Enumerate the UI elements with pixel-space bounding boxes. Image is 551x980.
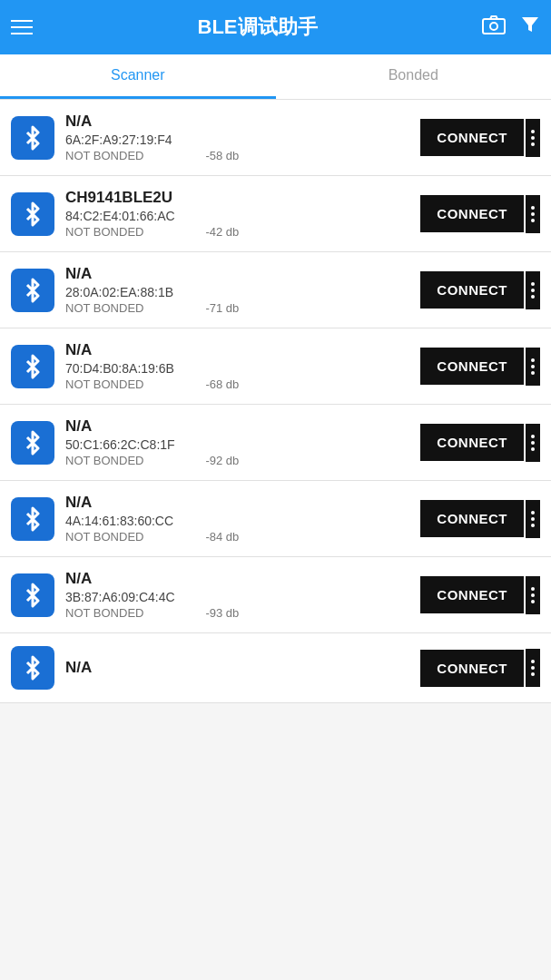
connect-wrap-6: CONNECT [420,576,540,614]
device-signal-4: -92 db [205,454,239,467]
device-item-4: N/A50:C1:66:2C:C8:1FNOT BONDED-92 dbCONN… [0,405,551,481]
connect-button-7[interactable]: CONNECT [420,650,524,687]
camera-icon[interactable] [482,15,506,40]
device-info-5: N/A4A:14:61:83:60:CCNOT BONDED-84 db [65,494,409,544]
device-name-7: N/A [65,659,409,677]
device-status-row-6: NOT BONDED-93 db [65,606,409,620]
connect-button-1[interactable]: CONNECT [420,195,524,232]
connect-button-3[interactable]: CONNECT [420,348,524,385]
bluetooth-icon-0 [11,116,54,160]
device-signal-2: -71 db [205,301,239,315]
more-options-button-5[interactable] [526,500,540,538]
device-bonded-3: NOT BONDED [65,377,143,391]
bluetooth-icon-2 [11,269,54,312]
device-list: N/A6A:2F:A9:27:19:F4NOT BONDED-58 dbCONN… [0,100,551,703]
more-options-button-1[interactable] [526,195,540,233]
device-bonded-2: NOT BONDED [65,301,143,315]
more-options-button-6[interactable] [526,576,540,614]
device-signal-0: -58 db [205,149,239,162]
device-name-1: CH9141BLE2U [65,189,409,207]
more-options-button-7[interactable] [526,649,540,687]
connect-wrap-1: CONNECT [420,195,540,233]
device-mac-5: 4A:14:61:83:60:CC [65,514,409,528]
connect-wrap-2: CONNECT [420,271,540,309]
device-name-6: N/A [65,570,409,588]
app-title: BLE调试助手 [44,14,471,41]
connect-button-0[interactable]: CONNECT [420,119,524,156]
device-name-0: N/A [65,113,409,131]
device-bonded-4: NOT BONDED [65,454,143,467]
bluetooth-icon-4 [11,421,54,465]
device-signal-3: -68 db [205,377,239,391]
device-mac-1: 84:C2:E4:01:66:AC [65,209,409,223]
device-item-2: N/A28:0A:02:EA:88:1BNOT BONDED-71 dbCONN… [0,252,551,328]
device-bonded-6: NOT BONDED [65,606,143,620]
connect-button-6[interactable]: CONNECT [420,576,524,613]
device-info-7: N/A [65,659,409,677]
device-info-0: N/A6A:2F:A9:27:19:F4NOT BONDED-58 db [65,113,409,162]
device-signal-1: -42 db [205,225,239,239]
device-bonded-0: NOT BONDED [65,149,143,162]
connect-wrap-4: CONNECT [420,424,540,462]
more-options-button-2[interactable] [526,271,540,309]
more-options-button-0[interactable] [526,119,540,157]
device-status-row-0: NOT BONDED-58 db [65,149,409,162]
connect-wrap-5: CONNECT [420,500,540,538]
device-signal-5: -84 db [205,530,239,544]
connect-button-2[interactable]: CONNECT [420,271,524,309]
device-info-4: N/A50:C1:66:2C:C8:1FNOT BONDED-92 db [65,417,409,467]
menu-button[interactable] [11,20,33,34]
tab-bonded[interactable]: Bonded [276,54,552,99]
device-item-6: N/A3B:87:A6:09:C4:4CNOT BONDED-93 dbCONN… [0,557,551,633]
device-signal-6: -93 db [205,606,239,620]
device-mac-6: 3B:87:A6:09:C4:4C [65,590,409,604]
bluetooth-icon-3 [11,345,54,388]
header-icons [482,15,540,40]
device-bonded-1: NOT BONDED [65,225,143,239]
more-options-button-4[interactable] [526,424,540,462]
device-item-5: N/A4A:14:61:83:60:CCNOT BONDED-84 dbCONN… [0,481,551,557]
device-mac-4: 50:C1:66:2C:C8:1F [65,437,409,452]
device-info-2: N/A28:0A:02:EA:88:1BNOT BONDED-71 db [65,265,409,315]
device-info-1: CH9141BLE2U84:C2:E4:01:66:ACNOT BONDED-4… [65,189,409,239]
device-status-row-4: NOT BONDED-92 db [65,454,409,467]
device-item-1: CH9141BLE2U84:C2:E4:01:66:ACNOT BONDED-4… [0,176,551,252]
device-status-row-3: NOT BONDED-68 db [65,377,409,391]
bluetooth-icon-1 [11,192,54,236]
device-name-3: N/A [65,341,409,359]
bluetooth-icon-6 [11,573,54,617]
device-name-4: N/A [65,417,409,436]
connect-wrap-0: CONNECT [420,119,540,157]
svg-rect-0 [483,19,505,34]
connect-button-5[interactable]: CONNECT [420,500,524,537]
app-header: BLE调试助手 [0,0,551,54]
connect-button-4[interactable]: CONNECT [420,424,524,461]
device-status-row-5: NOT BONDED-84 db [65,530,409,544]
device-status-row-2: NOT BONDED-71 db [65,301,409,315]
device-item-0: N/A6A:2F:A9:27:19:F4NOT BONDED-58 dbCONN… [0,100,551,176]
more-options-button-3[interactable] [526,348,540,386]
device-info-3: N/A70:D4:B0:8A:19:6BNOT BONDED-68 db [65,341,409,391]
connect-wrap-7: CONNECT [420,649,540,687]
device-info-6: N/A3B:87:A6:09:C4:4CNOT BONDED-93 db [65,570,409,620]
device-status-row-1: NOT BONDED-42 db [65,225,409,239]
device-mac-2: 28:0A:02:EA:88:1B [65,285,409,299]
device-item-7: N/ACONNECT [0,633,551,703]
filter-icon[interactable] [520,15,540,40]
connect-wrap-3: CONNECT [420,348,540,386]
device-bonded-5: NOT BONDED [65,530,143,544]
device-mac-3: 70:D4:B0:8A:19:6B [65,361,409,376]
device-name-5: N/A [65,494,409,512]
tab-scanner[interactable]: Scanner [0,54,276,99]
svg-point-1 [490,23,497,30]
bluetooth-icon-5 [11,497,54,541]
device-mac-0: 6A:2F:A9:27:19:F4 [65,132,409,147]
tab-bar: Scanner Bonded [0,54,551,100]
device-name-2: N/A [65,265,409,283]
bluetooth-icon-7 [11,646,54,690]
device-item-3: N/A70:D4:B0:8A:19:6BNOT BONDED-68 dbCONN… [0,328,551,405]
